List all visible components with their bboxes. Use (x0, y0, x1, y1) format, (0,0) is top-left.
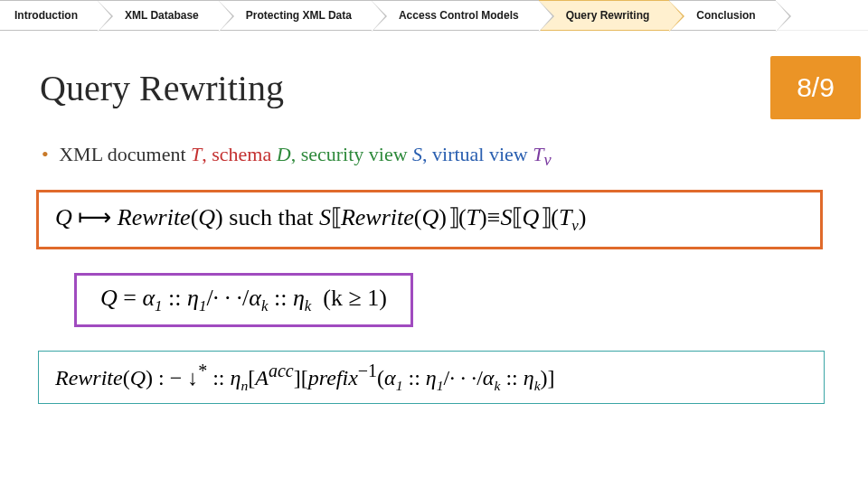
var-T: T (191, 143, 202, 165)
formula-rewrite-def: Rewrite(Q) : − ↓* :: ηn[Aacc][prefix−1(α… (38, 351, 825, 404)
slide-body: • XML document T, schema D, security vie… (0, 119, 868, 404)
bullet-text-3: , security view (291, 143, 412, 165)
nav-label: Query Rewriting (566, 9, 650, 22)
page-number-box: 8/9 (770, 56, 861, 119)
bullet-text-2: , schema (202, 143, 276, 165)
var-S: S (412, 143, 422, 165)
nav-introduction[interactable]: Introduction (0, 0, 98, 31)
bullet-line: • XML document T, schema D, security vie… (36, 143, 832, 170)
bullet-text-1: XML document (59, 143, 191, 165)
nav-access-control-models[interactable]: Access Control Models (372, 0, 539, 31)
nav-conclusion[interactable]: Conclusion (669, 0, 775, 31)
nav-label: XML Database (125, 9, 199, 22)
formula-rewrite-semantics: Q ⟼ Rewrite(Q) such that S⟦Rewrite(Q)⟧(T… (36, 190, 823, 249)
nav-label: Protecting XML Data (246, 9, 352, 22)
page-title: Query Rewriting (0, 67, 284, 109)
nav-label: Introduction (14, 9, 78, 22)
nav-label: Conclusion (696, 9, 755, 22)
nav-label: Access Control Models (399, 9, 519, 22)
nav-protecting-xml-data[interactable]: Protecting XML Data (219, 0, 372, 31)
formula-query-shape: Q = α1 :: η1/· · ·/αk :: ηk (k ≥ 1) (74, 273, 413, 327)
page-total: 9 (819, 72, 835, 103)
title-row: Query Rewriting 8/9 (0, 56, 868, 119)
bullet-icon: • (42, 143, 49, 165)
var-D: D (277, 143, 291, 165)
page-current: 8 (797, 72, 812, 103)
nav-xml-database[interactable]: XML Database (98, 0, 219, 31)
bullet-text-4: , virtual view (422, 143, 533, 165)
nav-query-rewriting[interactable]: Query Rewriting (539, 0, 670, 31)
breadcrumb-nav: Introduction XML Database Protecting XML… (0, 0, 868, 31)
var-Tv: Tv (533, 143, 551, 165)
